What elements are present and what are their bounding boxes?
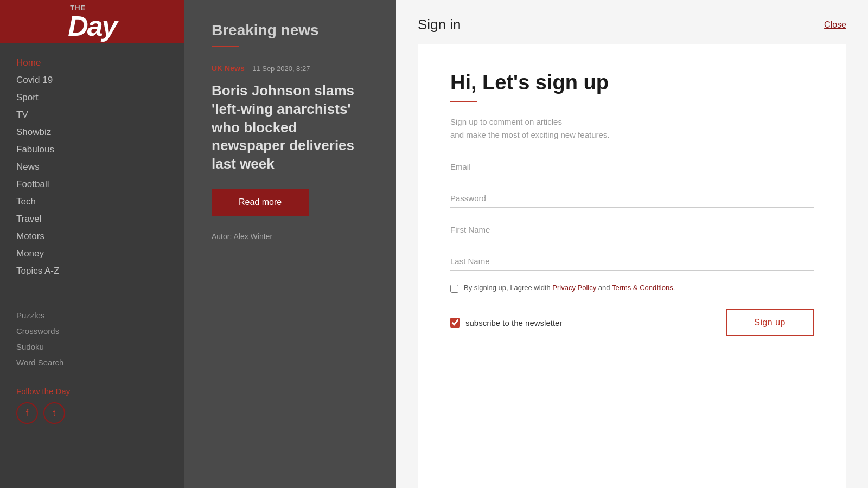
sidebar-item-home[interactable]: Home (16, 54, 168, 72)
twitter-icon[interactable]: t (43, 402, 65, 424)
sidebar-item-motors[interactable]: Motors (16, 228, 168, 245)
follow-title: Follow the Day (16, 387, 168, 396)
sidebar: THE Day Home Covid 19 Sport TV Showbiz F… (0, 0, 184, 488)
sidebar-item-travel[interactable]: Travel (16, 210, 168, 228)
main-content: Breaking news UK News 11 Sep 2020, 8:27 … (184, 0, 868, 488)
terms-row: By signing up, I agree width Privacy Pol… (450, 284, 814, 293)
sidebar-item-puzzles[interactable]: Puzzles (16, 307, 168, 323)
signup-subtext-line1: Sign up to comment on articles (450, 117, 562, 126)
read-more-button[interactable]: Read more (212, 189, 309, 216)
logo-box: THE Day (68, 4, 116, 40)
signup-subtext: Sign up to comment on articles and make … (450, 115, 814, 142)
sidebar-item-money[interactable]: Money (16, 245, 168, 262)
signin-header: Sign in Close (396, 0, 868, 44)
lastname-field-wrapper (450, 252, 814, 271)
close-button[interactable]: Close (824, 20, 846, 30)
sidebar-item-tech[interactable]: Tech (16, 193, 168, 210)
social-icons: f t (16, 402, 168, 424)
facebook-icon[interactable]: f (16, 402, 38, 424)
sidebar-item-tv[interactable]: TV (16, 106, 168, 124)
sidebar-item-covid19[interactable]: Covid 19 (16, 72, 168, 89)
sidebar-item-showbiz[interactable]: Showbiz (16, 124, 168, 141)
article-date: 11 Sep 2020, 8:27 (252, 65, 310, 73)
follow-section: Follow the Day f t (0, 381, 184, 435)
signup-button[interactable]: Sign up (726, 309, 814, 336)
article-headline: Boris Johnson slams 'left-wing anarchist… (212, 82, 374, 174)
signup-red-line (450, 101, 477, 102)
logo-area: THE Day (0, 0, 184, 43)
secondary-nav: Puzzles Crosswords Sudoku Word Search (0, 307, 184, 381)
nav-divider (0, 299, 184, 299)
privacy-policy-link[interactable]: Privacy Policy (552, 284, 596, 292)
sidebar-item-sudoku[interactable]: Sudoku (16, 339, 168, 355)
logo-day: Day (68, 12, 116, 40)
email-field-wrapper (450, 158, 814, 176)
sidebar-item-news[interactable]: News (16, 158, 168, 176)
main-nav: Home Covid 19 Sport TV Showbiz Fabulous … (0, 43, 184, 291)
password-input[interactable] (450, 189, 814, 208)
signin-title: Sign in (418, 16, 461, 33)
email-input[interactable] (450, 158, 814, 176)
password-field-wrapper (450, 189, 814, 208)
signup-heading: Hi, Let's sign up (450, 71, 814, 94)
sidebar-item-wordsearch[interactable]: Word Search (16, 355, 168, 370)
sidebar-item-topics-az[interactable]: Topics A-Z (16, 262, 168, 280)
terms-checkbox[interactable] (450, 285, 458, 293)
terms-text: By signing up, I agree width Privacy Pol… (464, 284, 675, 292)
firstname-field-wrapper (450, 221, 814, 239)
terms-conditions-link[interactable]: Terms & Conditions (612, 284, 673, 292)
article-tag: UK News (212, 64, 245, 73)
sidebar-item-fabulous[interactable]: Fabulous (16, 141, 168, 158)
newsletter-checkbox[interactable] (450, 318, 460, 328)
newsletter-label: subscribe to the newsletter (465, 318, 562, 328)
signup-subtext-line2: and make the most of exciting new featur… (450, 130, 610, 139)
sidebar-item-football[interactable]: Football (16, 176, 168, 193)
signin-card: Hi, Let's sign up Sign up to comment on … (418, 44, 846, 488)
sidebar-item-sport[interactable]: Sport (16, 89, 168, 106)
signin-panel: Sign in Close Hi, Let's sign up Sign up … (396, 0, 868, 488)
sidebar-item-crosswords[interactable]: Crosswords (16, 323, 168, 339)
firstname-input[interactable] (450, 221, 814, 239)
lastname-input[interactable] (450, 252, 814, 271)
breaking-underline (212, 46, 239, 47)
bottom-row: subscribe to the newsletter Sign up (450, 309, 814, 336)
newsletter-row: subscribe to the newsletter (450, 318, 562, 328)
